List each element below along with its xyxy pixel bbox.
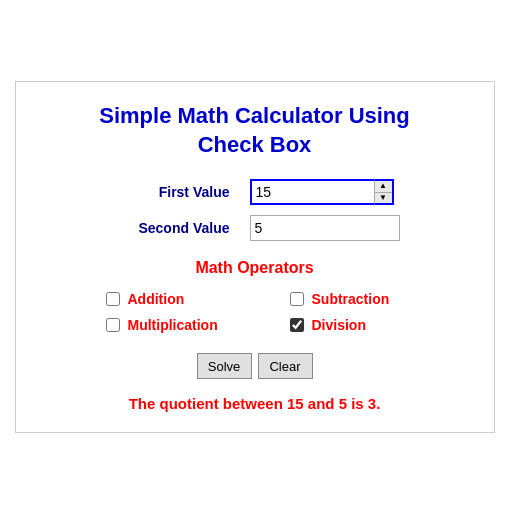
- multiplication-label: Multiplication: [128, 317, 218, 333]
- operators-grid: Addition Subtraction Multiplication Divi…: [106, 291, 464, 333]
- operator-subtraction: Subtraction: [290, 291, 464, 307]
- division-checkbox[interactable]: [290, 318, 304, 332]
- first-value-input[interactable]: [250, 179, 374, 205]
- calculator-container: Simple Math Calculator Using Check Box F…: [15, 81, 495, 433]
- solve-button[interactable]: Solve: [197, 353, 252, 379]
- first-value-label: First Value: [110, 184, 230, 200]
- subtraction-label: Subtraction: [312, 291, 390, 307]
- operator-division: Division: [290, 317, 464, 333]
- addition-checkbox[interactable]: [106, 292, 120, 306]
- second-value-row: Second Value: [46, 215, 464, 241]
- operator-addition: Addition: [106, 291, 280, 307]
- clear-button[interactable]: Clear: [258, 353, 313, 379]
- subtraction-checkbox[interactable]: [290, 292, 304, 306]
- spinner-down-button[interactable]: ▼: [375, 193, 392, 204]
- page-title: Simple Math Calculator Using Check Box: [46, 102, 464, 159]
- division-label: Division: [312, 317, 366, 333]
- addition-label: Addition: [128, 291, 185, 307]
- result-text: The quotient between 15 and 5 is 3.: [46, 395, 464, 412]
- operator-multiplication: Multiplication: [106, 317, 280, 333]
- buttons-row: Solve Clear: [46, 353, 464, 379]
- spinner-up-button[interactable]: ▲: [375, 181, 392, 193]
- second-value-input[interactable]: [250, 215, 400, 241]
- second-value-label: Second Value: [110, 220, 230, 236]
- first-value-spinner: ▲ ▼: [250, 179, 400, 205]
- first-value-row: First Value ▲ ▼: [46, 179, 464, 205]
- operators-title: Math Operators: [46, 259, 464, 277]
- multiplication-checkbox[interactable]: [106, 318, 120, 332]
- spinner-controls: ▲ ▼: [374, 179, 394, 205]
